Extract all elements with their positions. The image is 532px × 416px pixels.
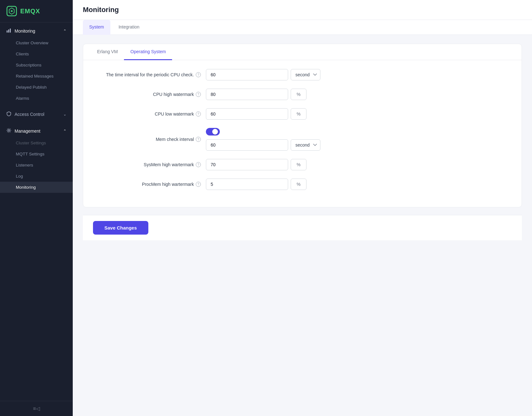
- sidebar-management-label: Management: [15, 129, 40, 134]
- label-cpu-low: CPU low watermark ?: [93, 111, 201, 117]
- svg-rect-3: [10, 28, 11, 33]
- unit-cpu-low: %: [291, 108, 306, 120]
- content-area: Erlang VM Operating System The time inte…: [73, 35, 532, 416]
- monitoring-group: Monitoring ⌃ Cluster Overview Clients Su…: [0, 22, 73, 106]
- form-row-sysmem-high: SysMem high wartermark ? %: [93, 159, 511, 170]
- collapse-icon: ≡◁: [33, 406, 40, 412]
- input-group-cpu-check: second minute hour: [206, 69, 511, 80]
- help-icon-mem-check[interactable]: ?: [196, 137, 201, 142]
- sidebar: EMQX Monitoring ⌃ Cluster Overview Clien…: [0, 0, 73, 416]
- tab-system[interactable]: System: [83, 20, 110, 35]
- form-row-cpu-low: CPU low watermark ? %: [93, 108, 511, 120]
- sidebar-item-log[interactable]: Log: [0, 171, 73, 182]
- unit-cpu-high: %: [291, 89, 306, 100]
- sidebar-access-control-label: Access Control: [15, 112, 44, 117]
- input-group-procmem-high: %: [206, 179, 511, 190]
- sidebar-item-listeners[interactable]: Listeners: [0, 160, 73, 171]
- input-mem-interval[interactable]: [206, 139, 288, 151]
- label-procmem-high: ProcMem high wartermark ?: [93, 182, 201, 187]
- help-icon-procmem-high[interactable]: ?: [196, 182, 201, 187]
- label-cpu-high: CPU high watermark ?: [93, 92, 201, 97]
- svg-rect-2: [8, 29, 9, 33]
- sidebar-item-subscriptions[interactable]: Subscriptions: [0, 60, 73, 71]
- sidebar-collapse-button[interactable]: ≡◁: [0, 401, 73, 416]
- select-cpu-check-unit[interactable]: second minute hour: [291, 69, 320, 80]
- page-title: Monitoring: [83, 6, 119, 14]
- form-section: The time interval for the periodic CPU c…: [83, 60, 522, 207]
- main-content: Monitoring System Integration Erlang VM …: [73, 0, 532, 416]
- settings-card: Erlang VM Operating System The time inte…: [83, 44, 522, 207]
- label-cpu-check: The time interval for the periodic CPU c…: [93, 72, 201, 77]
- sidebar-item-cluster-overview[interactable]: Cluster Overview: [0, 37, 73, 48]
- sidebar-item-clients[interactable]: Clients: [0, 48, 73, 60]
- sidebar-item-cluster-settings[interactable]: Cluster Settings: [0, 137, 73, 148]
- sidebar-item-monitoring[interactable]: Monitoring ⌃: [0, 24, 73, 37]
- unit-procmem-high: %: [291, 179, 306, 190]
- sidebar-item-monitoring-sub[interactable]: Monitoring: [0, 182, 73, 193]
- top-bar: Monitoring: [73, 0, 532, 20]
- form-row-cpu-high: CPU high watermark ? %: [93, 89, 511, 100]
- select-mem-unit[interactable]: second minute hour: [291, 139, 320, 151]
- access-control-group: Access Control ⌄: [0, 106, 73, 123]
- top-tabs: System Integration: [73, 20, 532, 35]
- input-sysmem-high[interactable]: [206, 159, 288, 170]
- form-row-cpu-check: The time interval for the periodic CPU c…: [93, 69, 511, 80]
- svg-rect-1: [7, 30, 8, 33]
- tab-operating-system[interactable]: Operating System: [124, 44, 172, 60]
- mem-check-wrapper: second minute hour: [206, 128, 320, 151]
- chart-icon: [6, 28, 11, 34]
- input-group-cpu-high: %: [206, 89, 511, 100]
- logo-text: EMQX: [20, 8, 40, 15]
- save-button[interactable]: Save Changes: [93, 221, 148, 235]
- input-cpu-low[interactable]: [206, 108, 288, 120]
- form-row-mem-check: Mem check interval ? s: [93, 128, 511, 151]
- chevron-down-icon: ⌄: [63, 112, 66, 117]
- sidebar-item-management[interactable]: Management ⌃: [0, 124, 73, 137]
- input-group-sysmem-high: %: [206, 159, 511, 170]
- inner-tabs: Erlang VM Operating System: [83, 44, 522, 60]
- help-icon-cpu-high[interactable]: ?: [196, 92, 201, 97]
- unit-sysmem-high: %: [291, 159, 306, 170]
- label-sysmem-high: SysMem high wartermark ?: [93, 162, 201, 167]
- svg-point-4: [8, 130, 10, 131]
- help-icon-cpu-low[interactable]: ?: [196, 111, 201, 117]
- toggle-mem-check[interactable]: [206, 128, 220, 136]
- gear-icon: [6, 128, 11, 134]
- emqx-logo-icon: [6, 6, 17, 16]
- input-group-mem-check: second minute hour: [206, 128, 511, 151]
- sidebar-item-alarms[interactable]: Alarms: [0, 93, 73, 104]
- save-bar: Save Changes: [83, 215, 522, 240]
- sidebar-monitoring-label: Monitoring: [15, 28, 35, 34]
- input-group-cpu-low: %: [206, 108, 511, 120]
- form-row-procmem-high: ProcMem high wartermark ? %: [93, 179, 511, 190]
- help-icon-sysmem-high[interactable]: ?: [196, 162, 201, 167]
- input-cpu-high[interactable]: [206, 89, 288, 100]
- tab-integration[interactable]: Integration: [112, 20, 146, 35]
- input-procmem-high[interactable]: [206, 179, 288, 190]
- sidebar-item-retained-messages[interactable]: Retained Messages: [0, 71, 73, 82]
- chevron-up-icon: ⌃: [63, 29, 66, 33]
- shield-icon: [6, 111, 11, 117]
- label-mem-check: Mem check interval ?: [93, 137, 201, 142]
- tab-erlang-vm[interactable]: Erlang VM: [91, 44, 124, 60]
- chevron-up-icon-2: ⌃: [63, 129, 66, 133]
- management-group: Management ⌃ Cluster Settings MQTT Setti…: [0, 123, 73, 195]
- sidebar-item-mqtt-settings[interactable]: MQTT Settings: [0, 148, 73, 160]
- sidebar-item-access-control[interactable]: Access Control ⌄: [0, 108, 73, 121]
- sidebar-item-delayed-publish[interactable]: Delayed Publish: [0, 82, 73, 93]
- input-cpu-check[interactable]: [206, 69, 288, 80]
- logo-area: EMQX: [0, 0, 73, 22]
- help-icon-cpu-check[interactable]: ?: [196, 72, 201, 77]
